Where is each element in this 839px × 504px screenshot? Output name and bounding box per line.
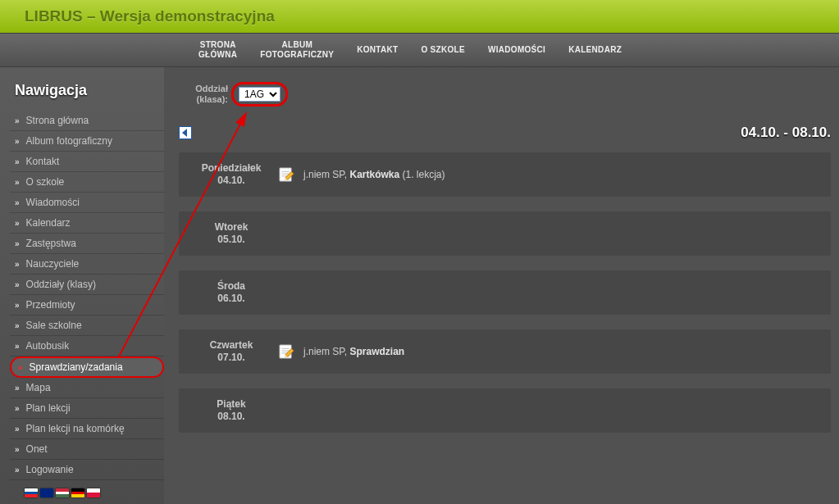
note-icon (277, 166, 295, 184)
flag-hu[interactable] (56, 488, 69, 497)
sidebar-item-11[interactable]: »Autobusik (10, 336, 164, 356)
event-text: j.niem SP, Kartkówka (1. lekcja) (303, 169, 445, 180)
main-content: Oddział (klasa): 1AG 04.10. - 08.10. Pon… (164, 67, 839, 504)
sidebar-item-label: Sprawdziany/zadania (30, 361, 123, 373)
note-icon (277, 343, 295, 361)
sidebar-item-2[interactable]: »Kontakt (10, 152, 164, 172)
chevron-icon: » (15, 445, 20, 454)
sidebar-item-label: Sale szkolne (26, 320, 82, 331)
sidebar-item-label: Kontakt (26, 156, 60, 167)
sidebar-item-label: Album fotograficzny (26, 135, 112, 147)
sidebar-item-label: Mapa (26, 382, 51, 393)
svg-marker-0 (182, 129, 187, 137)
chevron-icon: » (18, 363, 23, 372)
prev-week-button[interactable] (179, 126, 192, 139)
sidebar-item-14[interactable]: »Plan lekcji (10, 398, 164, 419)
sidebar-title: Nawigacja (15, 82, 164, 99)
tab-album[interactable]: ALBUM FOTOGRAFICZNY (250, 37, 344, 63)
chevron-icon: » (15, 219, 20, 228)
chevron-icon: » (15, 342, 20, 351)
top-nav: STRONA GŁÓWNA ALBUM FOTOGRAFICZNY KONTAK… (0, 33, 839, 67)
sidebar-item-label: Wiadomości (26, 197, 80, 208)
chevron-icon: » (15, 280, 20, 289)
chevron-icon: » (15, 178, 20, 187)
sidebar-item-label: Plan lekcji (26, 402, 71, 414)
sidebar-item-6[interactable]: »Zastępstwa (10, 234, 164, 254)
sidebar: Nawigacja »Strona główna»Album fotografi… (0, 67, 164, 504)
week-nav: 04.10. - 08.10. (179, 125, 831, 141)
day-header: Wtorek05.10. (190, 221, 272, 246)
arrow-left-icon (181, 129, 189, 137)
flag-de[interactable] (71, 488, 84, 497)
sidebar-item-label: Nauczyciele (26, 258, 80, 270)
tab-home[interactable]: STRONA GŁÓWNA (189, 37, 247, 63)
sidebar-item-label: Przedmioty (26, 299, 75, 311)
sidebar-item-7[interactable]: »Nauczyciele (10, 254, 164, 275)
sidebar-item-label: Oddziały (klasy) (26, 279, 96, 290)
day-block: Wtorek05.10. (179, 211, 831, 256)
flag-pl[interactable] (87, 488, 100, 497)
day-header: Poniedziałek04.10. (190, 162, 272, 187)
chevron-icon: » (15, 137, 20, 146)
class-select[interactable]: 1AG (239, 87, 280, 102)
sidebar-item-15[interactable]: »Plan lekcji na komórkę (10, 419, 164, 439)
date-range: 04.10. - 08.10. (741, 125, 831, 141)
sidebar-item-9[interactable]: »Przedmioty (10, 295, 164, 316)
tab-contact[interactable]: KONTAKT (347, 42, 408, 58)
chevron-icon: » (15, 116, 20, 125)
sidebar-item-13[interactable]: »Mapa (10, 378, 164, 398)
sidebar-item-label: Strona główna (26, 115, 89, 126)
day-header: Środa06.10. (190, 280, 272, 305)
sidebar-item-8[interactable]: »Oddziały (klasy) (10, 275, 164, 295)
sidebar-item-1[interactable]: »Album fotograficzny (10, 131, 164, 152)
flag-sk[interactable] (25, 488, 38, 497)
chevron-icon: » (15, 198, 20, 207)
chevron-icon: » (15, 301, 20, 310)
tab-about[interactable]: O SZKOLE (411, 42, 475, 58)
sidebar-item-label: Plan lekcji na komórkę (26, 423, 125, 434)
class-selector-row: Oddział (klasa): 1AG (179, 82, 831, 107)
flag-uk[interactable] (40, 488, 53, 497)
chevron-icon: » (15, 465, 20, 474)
sidebar-item-12[interactable]: »Sprawdziany/zadania (10, 356, 164, 378)
day-header: Czwartek07.10. (190, 339, 272, 364)
sidebar-item-10[interactable]: »Sale szkolne (10, 316, 164, 336)
class-select-highlight: 1AG (231, 82, 288, 107)
sidebar-item-5[interactable]: »Kalendarz (10, 213, 164, 234)
chevron-icon: » (15, 260, 20, 269)
sidebar-item-16[interactable]: »Onet (10, 439, 164, 460)
sidebar-item-label: Onet (26, 443, 48, 455)
sidebar-item-0[interactable]: »Strona główna (10, 111, 164, 131)
chevron-icon: » (15, 239, 20, 248)
sidebar-item-3[interactable]: »O szkole (10, 172, 164, 193)
day-header: Piątek08.10. (190, 398, 272, 423)
day-block: Poniedziałek04.10.j.niem SP, Kartkówka (… (179, 152, 831, 197)
chevron-icon: » (15, 425, 20, 434)
sidebar-item-label: Kalendarz (26, 217, 71, 229)
sidebar-item-label: Logowanie (26, 464, 74, 475)
sidebar-nav: »Strona główna»Album fotograficzny»Konta… (10, 111, 164, 480)
day-block: Piątek08.10. (179, 388, 831, 433)
chevron-icon: » (15, 157, 20, 166)
sidebar-item-label: Autobusik (26, 340, 70, 352)
sidebar-item-label: Zastępstwa (26, 238, 76, 249)
day-block: Czwartek07.10.j.niem SP, Sprawdzian (179, 329, 831, 374)
event-text: j.niem SP, Sprawdzian (303, 346, 404, 357)
sidebar-item-4[interactable]: »Wiadomości (10, 193, 164, 213)
sidebar-item-label: O szkole (26, 176, 65, 188)
chevron-icon: » (15, 321, 20, 330)
chevron-icon: » (15, 404, 20, 413)
app-title: LIBRUS – Wersja demonstracyjna (25, 7, 275, 25)
event[interactable]: j.niem SP, Kartkówka (1. lekcja) (277, 166, 445, 184)
class-label: Oddział (klasa): (179, 84, 228, 105)
day-block: Środa06.10. (179, 270, 831, 315)
tab-calendar[interactable]: KALENDARZ (559, 42, 632, 58)
tab-news[interactable]: WIADOMOŚCI (478, 42, 555, 58)
header: LIBRUS – Wersja demonstracyjna (0, 0, 839, 33)
event[interactable]: j.niem SP, Sprawdzian (277, 343, 404, 361)
sidebar-item-17[interactable]: »Logowanie (10, 460, 164, 480)
language-flags (25, 488, 164, 497)
chevron-icon: » (15, 384, 20, 393)
